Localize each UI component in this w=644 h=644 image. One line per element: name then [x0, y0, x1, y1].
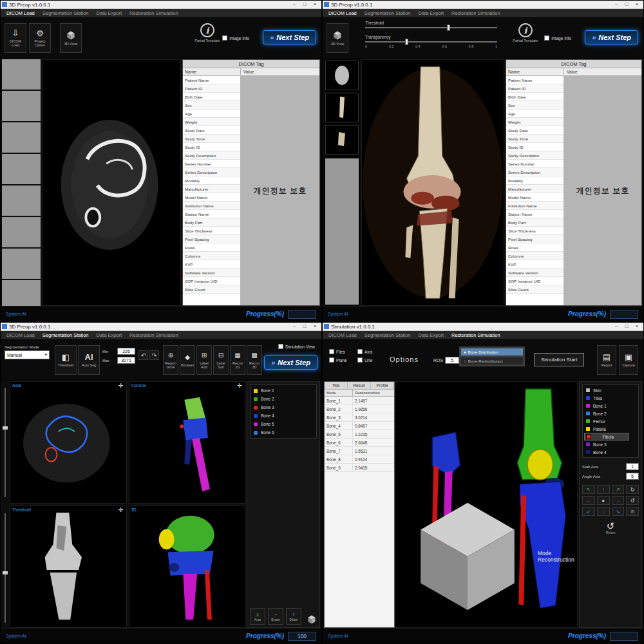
threshold-min-input[interactable]: 226 [117, 348, 135, 355]
menu-item[interactable]: DICOM Load [3, 10, 39, 16]
bone-distribution-button[interactable]: ● Bone Distribution [461, 348, 523, 355]
menu-item[interactable]: Restoration Simulation [448, 10, 504, 16]
label-item[interactable]: Bone 6 [252, 428, 315, 437]
threshold-viewport[interactable]: Threshold ✛ [10, 506, 127, 628]
bone-row[interactable]: Bone_2 1.9856 [325, 405, 394, 413]
menu-item[interactable]: Segmentation Station [361, 10, 415, 16]
fragment-thumbnail-rail[interactable] [324, 59, 360, 306]
bone-row[interactable]: Bone_6 2.6648 [325, 439, 394, 447]
menu-item[interactable]: Data Export [415, 10, 448, 16]
thumbnail[interactable] [325, 93, 359, 122]
thumbnail-slot[interactable] [2, 91, 41, 121]
table-tab[interactable]: Result [348, 382, 371, 389]
dicom-load-button[interactable]: ⇩ DICOM Load [5, 23, 26, 53]
thumbnail-scroll-area[interactable] [325, 158, 359, 305]
ct-axial-viewport[interactable] [42, 59, 181, 306]
ros-input[interactable]: 5 [445, 357, 459, 364]
auto-morph-button[interactable]: ±Auto [250, 608, 265, 625]
close-button[interactable]: × [310, 1, 320, 8]
menu-item[interactable]: Data Export [415, 332, 448, 338]
capture-button[interactable]: ▣ Capture [619, 345, 638, 375]
dilate-button[interactable]: +Dilate [286, 608, 301, 625]
transparency-slider[interactable] [365, 41, 497, 43]
erode-button[interactable]: −Erode [268, 608, 283, 625]
legend-item[interactable]: Patella [584, 425, 637, 433]
undo-button[interactable]: ↶ [138, 350, 148, 360]
legend-item[interactable]: Femur [584, 417, 637, 425]
axis-arrow-button[interactable]: ↑ [597, 485, 610, 494]
slice-slider-top[interactable] [5, 388, 6, 497]
label-item[interactable]: Bone 5 [252, 420, 315, 428]
axis-arrow-button[interactable]: ↙ [582, 507, 595, 516]
legend-item[interactable]: Tibia [584, 394, 637, 402]
partial-template-button[interactable]: i Partial Template [511, 23, 540, 43]
thumbnail[interactable] [325, 61, 359, 90]
bone-row[interactable]: Bone_8 0.9124 [325, 455, 394, 464]
thumbnail-slot[interactable] [2, 280, 41, 306]
threshold-button[interactable]: ◧ Threshold [55, 345, 77, 375]
stab-axis-input[interactable]: 1 [626, 463, 639, 470]
legend-item[interactable]: Fibula [584, 433, 629, 440]
menu-item[interactable]: Data Export [93, 10, 126, 16]
menu-item[interactable]: Restoration Simulation [126, 10, 182, 16]
cube-3d-icon[interactable] [307, 614, 317, 625]
axis-arrow-button[interactable]: ↗ [612, 485, 625, 494]
label-item[interactable]: Bone 2 [252, 395, 315, 403]
maximize-button[interactable]: □ [299, 323, 310, 330]
threshold-slider[interactable] [365, 27, 497, 28]
legend-item[interactable]: Skin [584, 386, 637, 394]
bone-row[interactable]: Bone_3 3.0214 [325, 413, 394, 422]
maximize-button[interactable]: □ [621, 323, 632, 330]
menu-item[interactable]: DICOM Load [325, 332, 361, 338]
menu-item[interactable]: Segmentation Station [39, 332, 93, 338]
angle-axis-input[interactable]: 5 [626, 473, 639, 480]
axis-arrow-button[interactable]: → [612, 496, 625, 505]
segmentation-tool-button[interactable]: ▦ Recon 2D [230, 345, 245, 375]
options-button[interactable]: Options [390, 353, 419, 365]
titlebar[interactable]: 3D Preop v1.0.0.1 – □ × [1, 323, 321, 331]
simulation-start-button[interactable]: Simulation Start [534, 353, 584, 366]
axis-checkbox[interactable]: Axis [357, 349, 372, 354]
view-3d-button[interactable]: 3D View [327, 23, 348, 53]
volume-3d-viewport[interactable] [361, 59, 504, 306]
segmentation-mode-select[interactable]: Manual [5, 350, 50, 359]
thumbnail-slot[interactable] [2, 185, 41, 216]
slice-slider-bottom[interactable] [5, 513, 6, 623]
bone-row[interactable]: Bone_5 1.2235 [325, 430, 394, 439]
minimize-button[interactable]: – [611, 323, 621, 330]
legend-item[interactable]: Bone 1 [584, 402, 637, 410]
menu-item[interactable]: DICOM Load [3, 332, 39, 338]
titlebar[interactable]: 3D Preop v1.0.0.1 – □ × [1, 1, 321, 9]
redo-button[interactable]: ↷ [149, 350, 159, 360]
axis-arrow-button[interactable]: ● [597, 496, 610, 505]
close-button[interactable]: × [632, 1, 642, 8]
titlebar[interactable]: Simulation v1.0.0.1 – □ × [323, 323, 643, 331]
next-step-button[interactable]: » Next Step [585, 30, 638, 44]
minimize-button[interactable]: – [289, 323, 299, 330]
menu-item[interactable]: DICOM Load [325, 10, 361, 16]
legend-item[interactable]: Bone 2 [584, 410, 637, 417]
image-info-checkbox[interactable]: Image Info [222, 35, 249, 41]
axis-arrow-button[interactable]: ↓ [597, 507, 610, 516]
menu-item[interactable]: Data Export [93, 332, 126, 338]
thumbnail[interactable] [325, 125, 359, 155]
next-step-button[interactable]: » Next Step [264, 355, 317, 370]
simulation-3d-viewport[interactable]: Mode Reconstruction [395, 381, 578, 628]
axis-arrow-button[interactable]: ← [582, 496, 595, 505]
titlebar[interactable]: 3D Preop v1.0.0.1 – □ × [323, 1, 643, 9]
next-step-button[interactable]: » Next Step [263, 30, 316, 44]
maximize-button[interactable]: □ [299, 1, 310, 8]
thumbnail-slot[interactable] [2, 249, 41, 279]
axis-arrow-button[interactable]: ↺ [626, 496, 639, 505]
table-tab[interactable]: Title [325, 382, 348, 389]
label-item[interactable]: Bone 3 [252, 403, 315, 412]
segmentation-tool-button[interactable]: ▩ Recon 3D [247, 345, 262, 375]
threshold-max-input[interactable]: 3071 [117, 357, 135, 364]
legend-item[interactable]: Bone 4 [584, 448, 637, 456]
minimize-button[interactable]: – [611, 1, 621, 8]
slider-handle[interactable] [3, 426, 8, 430]
segmentation-tool-button[interactable]: ⊞ Label Add [196, 345, 212, 375]
menu-item[interactable]: Segmentation Station [39, 10, 93, 16]
thumbnail-slot[interactable] [2, 217, 41, 247]
segmentation-tool-button[interactable]: ⊟ Label Sub [213, 345, 229, 375]
